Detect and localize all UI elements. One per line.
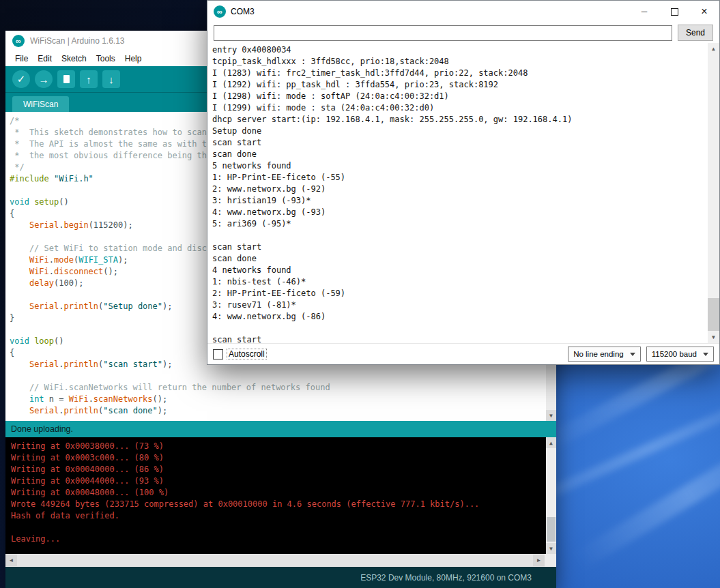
scroll-right-icon[interactable]: ► <box>533 555 545 566</box>
maximize-button[interactable] <box>659 1 689 23</box>
scrollbar-corner <box>545 554 556 567</box>
maximize-icon <box>671 8 678 16</box>
serial-monitor-titlebar[interactable]: ∞ COM3 ─ × <box>207 1 719 23</box>
code-line: Serial.println("scan done"); <box>10 405 545 417</box>
menu-item[interactable]: Sketch <box>57 54 91 63</box>
serial-output-line: 3: rusev71 (-81)* <box>212 299 706 311</box>
console-vertical-scrollbar[interactable]: ▲ ▼ <box>546 437 556 554</box>
serial-output-line: I (1298) wifi: mode : softAP (24:0a:c4:0… <box>212 91 706 102</box>
tab-wifiscan[interactable]: WiFiScan <box>12 96 69 112</box>
down-arrow-icon: ↓ <box>109 74 114 85</box>
scroll-down-icon[interactable]: ▼ <box>546 410 556 421</box>
up-arrow-icon: ↑ <box>86 74 91 85</box>
upload-button[interactable]: → <box>35 70 53 88</box>
wallpaper-light-ray <box>573 419 720 570</box>
console-line: Writing at 0x00044000... (93 %) <box>11 475 544 487</box>
autoscroll-checkbox[interactable] <box>213 349 223 359</box>
code-line: int n = WiFi.scanNetworks(); <box>10 394 545 405</box>
minimize-icon: ─ <box>642 7 648 16</box>
console-line: Writing at 0x00040000... (86 %) <box>11 464 544 475</box>
serial-output-line: 1: HP-Print-EE-ficeto (-55) <box>212 172 706 183</box>
serial-monitor-bottom-bar: Autoscroll No line ending 115200 baud <box>207 343 719 364</box>
code-line: // WiFi.scanNetworks will return the num… <box>10 382 545 394</box>
verify-button[interactable]: ✓ <box>12 70 30 88</box>
serial-output-line: I (1283) wifi: frc2_timer_task_hdl:3ffd7… <box>212 68 706 79</box>
send-button[interactable]: Send <box>678 25 713 41</box>
arduino-logo-icon: ∞ <box>214 5 226 18</box>
serial-output-line: scan start <box>212 137 706 149</box>
board-port-info: ESP32 Dev Module, 80MHz, 921600 on COM3 <box>360 573 532 583</box>
serial-monitor-combos: No line ending 115200 baud <box>568 347 714 362</box>
save-sketch-button[interactable]: ↓ <box>102 70 120 88</box>
serial-output-line: 2: www.networx.bg (-92) <box>212 183 706 195</box>
console-horizontal-scrollbar[interactable]: ◄ ► <box>5 554 556 567</box>
serial-monitor-title: COM3 <box>231 7 255 16</box>
line-ending-select[interactable]: No line ending <box>568 347 641 362</box>
serial-output-line: 4 networks found <box>212 265 706 276</box>
serial-output-text: entry 0x40080034tcpip_task_hdlxxx : 3ffd… <box>212 44 706 343</box>
serial-output-line: 4: www.networx.bg (-86) <box>212 311 706 323</box>
menu-item[interactable]: Help <box>120 54 147 63</box>
status-message: Done uploading. <box>11 424 73 434</box>
close-button[interactable]: × <box>689 1 719 23</box>
serial-output-line: 1: nbis-test (-46)* <box>212 276 706 288</box>
serial-output-line: 5: ari369 (-95)* <box>212 218 706 230</box>
serial-output-line: I (1292) wifi: pp_task_hdl : 3ffda554, p… <box>212 79 706 91</box>
scrollbar-thumb[interactable] <box>708 298 719 331</box>
scroll-down-icon[interactable]: ▼ <box>708 332 719 343</box>
baud-rate-select[interactable]: 115200 baud <box>646 347 714 362</box>
check-icon: ✓ <box>17 73 26 85</box>
serial-output-line: Setup done <box>212 126 706 137</box>
chevron-down-icon <box>630 353 635 356</box>
serial-input-field[interactable] <box>214 25 672 41</box>
serial-monitor-window: ∞ COM3 ─ × Send entry 0x40080034tcpip_ta… <box>207 0 720 365</box>
serial-output-line: scan start <box>212 334 706 343</box>
new-document-icon <box>63 75 70 83</box>
serial-send-row: Send <box>207 23 719 43</box>
serial-output-line <box>212 230 706 241</box>
menu-item[interactable]: File <box>10 54 33 63</box>
minimize-button[interactable]: ─ <box>629 1 659 23</box>
serial-output-line <box>212 323 706 334</box>
console-line: Writing at 0x0003c000... (80 %) <box>11 452 544 464</box>
scroll-up-icon[interactable]: ▲ <box>708 43 719 55</box>
ide-window-title: WiFiScan | Arduino 1.6.13 <box>30 36 125 46</box>
serial-output-line: scan done <box>212 253 706 265</box>
console-line: Wrote 449264 bytes (233715 compressed) a… <box>11 499 544 510</box>
baud-rate-value: 115200 baud <box>652 350 697 358</box>
serial-output-line: 5 networks found <box>212 160 706 172</box>
menu-item[interactable]: Edit <box>33 54 57 63</box>
line-ending-value: No line ending <box>573 350 624 358</box>
window-controls: ─ × <box>629 1 719 23</box>
code-line <box>10 370 545 382</box>
console-line: Writing at 0x00048000... (100 %) <box>11 487 544 499</box>
scroll-up-icon[interactable]: ▲ <box>546 437 556 448</box>
console-output: Writing at 0x00038000... (73 %)Writing a… <box>11 441 544 545</box>
scrollbar-thumb[interactable] <box>547 517 556 542</box>
right-arrow-icon: → <box>39 74 49 85</box>
serial-output-line: 2: HP-Print-EE-ficeto (-59) <box>212 288 706 299</box>
new-sketch-button[interactable] <box>57 70 75 88</box>
close-icon: × <box>701 5 707 18</box>
serial-output-line: dhcp server start:(ip: 192.168.4.1, mask… <box>212 114 706 126</box>
serial-output-line: tcpip_task_hdlxxx : 3ffd58cc, prio:18,st… <box>212 56 706 68</box>
chevron-down-icon <box>703 353 708 356</box>
serial-output-line: scan start <box>212 241 706 253</box>
serial-output-line: I (1299) wifi: mode : sta (24:0a:c4:00:3… <box>212 102 706 114</box>
serial-vertical-scrollbar[interactable]: ▲ ▼ <box>708 43 719 343</box>
scroll-down-icon[interactable]: ▼ <box>546 543 556 554</box>
console-line: Leaving... <box>11 533 544 545</box>
serial-output-area[interactable]: entry 0x40080034tcpip_task_hdlxxx : 3ffd… <box>207 43 719 343</box>
ide-status-bar: Done uploading. <box>5 421 556 437</box>
open-sketch-button[interactable]: ↑ <box>80 70 98 88</box>
console-line <box>11 522 544 533</box>
console-line: Hash of data verified. <box>11 510 544 522</box>
scroll-left-icon[interactable]: ◄ <box>5 555 17 566</box>
serial-output-line: 3: hristian19 (-93)* <box>212 195 706 207</box>
console-line: Writing at 0x00038000... (73 %) <box>11 441 544 452</box>
menu-item[interactable]: Tools <box>91 54 120 63</box>
serial-output-line: entry 0x40080034 <box>212 44 706 56</box>
autoscroll-label[interactable]: Autoscroll <box>227 349 266 359</box>
serial-output-line: 4: www.networx.bg (-93) <box>212 207 706 218</box>
arduino-logo-icon: ∞ <box>12 35 25 47</box>
